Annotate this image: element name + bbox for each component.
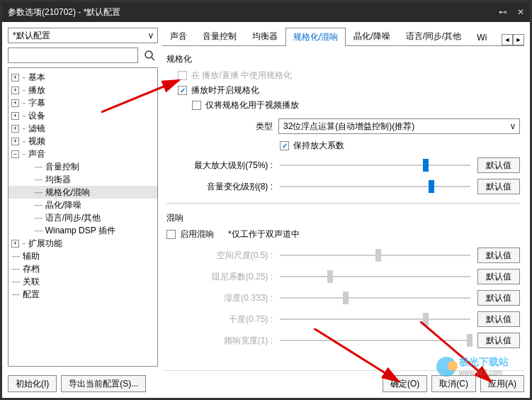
- tab-scroll-right[interactable]: ►: [513, 34, 524, 45]
- search-input[interactable]: [8, 48, 138, 63]
- tree-item-label: 辅助: [23, 250, 40, 262]
- pin-icon[interactable]: ⊷: [499, 7, 507, 17]
- expand-icon[interactable]: +: [11, 240, 19, 248]
- cancel-button[interactable]: 取消(C): [431, 375, 476, 392]
- tab[interactable]: 均衡器: [244, 27, 285, 45]
- tree-item-label: 存档: [23, 263, 40, 275]
- tree-item-label: 视频: [28, 135, 45, 148]
- normalize-group-label: 规格化: [166, 53, 520, 65]
- export-button[interactable]: 导出当前配置(S)...: [61, 375, 146, 392]
- chevron-down-icon: v: [149, 30, 153, 40]
- tree-item-label: 规格化/混响: [45, 187, 90, 199]
- width-default[interactable]: 默认值: [477, 333, 520, 348]
- tree-item[interactable]: ·····晶化/降噪: [9, 199, 157, 211]
- cb-keep-coef[interactable]: [280, 141, 289, 150]
- tree-item[interactable]: +··视频: [9, 135, 157, 148]
- width-slider: [280, 333, 470, 348]
- tab[interactable]: 语言/同步/其他: [398, 27, 470, 45]
- expand-icon[interactable]: +: [11, 99, 19, 107]
- tree-item-label: 基本: [28, 72, 45, 84]
- expand-icon[interactable]: +: [11, 125, 19, 133]
- room-default[interactable]: 默认值: [477, 248, 520, 263]
- vol-change-default[interactable]: 默认值: [477, 179, 520, 194]
- tree-item[interactable]: −··声音: [9, 148, 157, 160]
- collapse-icon[interactable]: −: [11, 150, 19, 158]
- tree-item-label: 均衡器: [45, 174, 71, 186]
- ok-button[interactable]: 确定(O): [383, 375, 427, 392]
- tree-item[interactable]: +·····配置: [9, 288, 157, 301]
- tree-item[interactable]: +··基本: [9, 71, 157, 84]
- wet-slider: [280, 291, 470, 305]
- tree-item-label: Winamp DSP 插件: [45, 225, 115, 237]
- tree-item[interactable]: +·····关联: [9, 275, 157, 288]
- chevron-down-icon: v: [511, 121, 515, 131]
- close-icon[interactable]: ✕: [517, 7, 524, 17]
- nav-tree: +··基本+··播放+··字幕+··设备+··滤镜+··视频−··声音·····…: [8, 67, 158, 367]
- tree-item-label: 声音: [28, 148, 45, 160]
- damp-slider: [280, 270, 470, 284]
- tree-item[interactable]: +··设备: [9, 109, 157, 122]
- cb-enable-reverb[interactable]: [166, 230, 176, 239]
- type-select[interactable]: 32位浮点运算(自动增益控制)(推荐) v: [278, 118, 520, 134]
- tab[interactable]: Wi: [469, 29, 494, 45]
- config-dropdown[interactable]: *默认配置 v: [8, 28, 158, 43]
- max-amp-default[interactable]: 默认值: [477, 157, 520, 173]
- expand-icon[interactable]: +: [11, 112, 19, 120]
- tree-item[interactable]: ·····语言/同步/其他: [9, 211, 157, 224]
- apply-button[interactable]: 应用(A): [480, 375, 524, 392]
- tree-item[interactable]: ·····Winamp DSP 插件: [9, 224, 157, 237]
- tree-item[interactable]: +··扩展功能: [9, 237, 157, 250]
- svg-point-0: [145, 51, 152, 58]
- tree-item[interactable]: ·····规格化/混响: [9, 186, 157, 199]
- tree-item-label: 设备: [28, 110, 45, 122]
- max-amp-slider[interactable]: [280, 158, 470, 172]
- dry-slider: [280, 312, 470, 326]
- reverb-group-label: 混响: [166, 212, 520, 224]
- tab-scroll-left[interactable]: ◄: [502, 34, 513, 45]
- cb-video-only[interactable]: [192, 101, 201, 110]
- cb-play-normalize[interactable]: [178, 86, 187, 95]
- tab[interactable]: 晶化/降噪: [346, 27, 397, 45]
- svg-line-1: [152, 57, 154, 60]
- damp-default[interactable]: 默认值: [477, 269, 520, 284]
- tree-item-label: 滤镜: [28, 123, 45, 135]
- window-title: 参数选项(210702) - *默认配置: [8, 6, 499, 18]
- titlebar: 参数选项(210702) - *默认配置 ⊷ ✕: [2, 2, 530, 22]
- tree-item[interactable]: ·····均衡器: [9, 173, 157, 186]
- tree-item[interactable]: +··播放: [9, 84, 157, 96]
- tab[interactable]: 声音: [162, 27, 195, 45]
- tree-item-label: 扩展功能: [28, 238, 62, 250]
- tree-item[interactable]: +··字幕: [9, 96, 157, 109]
- tree-item-label: 语言/同步/其他: [45, 212, 101, 224]
- init-button[interactable]: 初始化(I): [8, 375, 57, 392]
- tab[interactable]: 音量控制: [195, 27, 244, 45]
- tree-item-label: 字幕: [28, 97, 45, 109]
- tree-item[interactable]: ·····音量控制: [9, 160, 157, 173]
- tree-item[interactable]: +·····辅助: [9, 250, 157, 262]
- tree-item-label: 音量控制: [45, 161, 79, 173]
- cb-live-normalize: [178, 71, 187, 80]
- room-slider: [280, 248, 470, 262]
- type-label: 类型: [166, 121, 273, 133]
- wet-default[interactable]: 默认值: [477, 290, 520, 306]
- dry-default[interactable]: 默认值: [477, 311, 520, 327]
- tab[interactable]: 规格化/混响: [285, 28, 346, 46]
- tree-item-label: 关联: [23, 276, 40, 288]
- vol-change-slider[interactable]: [280, 179, 470, 194]
- expand-icon[interactable]: +: [11, 138, 19, 145]
- search-icon[interactable]: [141, 48, 158, 63]
- tabs: 声音音量控制均衡器规格化/混响晶化/降噪语言/同步/其他Wi ◄ ►: [162, 28, 524, 46]
- tree-item-label: 晶化/降噪: [45, 199, 81, 211]
- tree-item-label: 播放: [28, 84, 45, 96]
- expand-icon[interactable]: +: [11, 74, 19, 82]
- tree-item-label: 配置: [23, 289, 40, 301]
- reverb-note: *仅工作于双声道中: [228, 228, 300, 240]
- expand-icon[interactable]: +: [11, 87, 19, 94]
- tree-item[interactable]: +·····存档: [9, 262, 157, 275]
- tree-item[interactable]: +··滤镜: [9, 122, 157, 135]
